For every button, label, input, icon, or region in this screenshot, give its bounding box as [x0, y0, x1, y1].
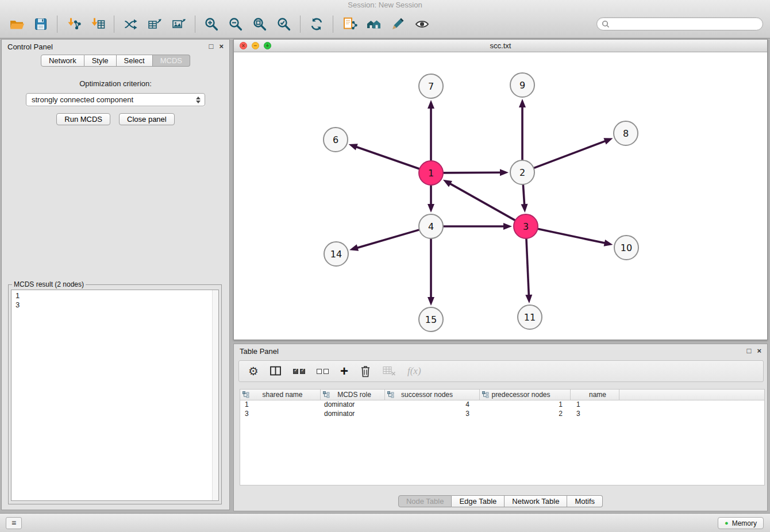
- column-header-successor-nodes[interactable]: successor nodes: [385, 390, 480, 400]
- select-all-columns-button[interactable]: [293, 364, 305, 379]
- mcds-result-list[interactable]: 1 3: [11, 290, 219, 501]
- tab-edge-table[interactable]: Edge Table: [452, 495, 505, 507]
- checked-boxes-icon: [293, 369, 305, 374]
- import-network-button[interactable]: [61, 12, 86, 36]
- zoom-window-icon[interactable]: +: [264, 42, 271, 49]
- criterion-dropdown[interactable]: strongly connected component: [26, 93, 205, 106]
- zoom-out-button[interactable]: [224, 12, 248, 36]
- delete-column-button[interactable]: [360, 364, 371, 379]
- import-table-button[interactable]: [86, 12, 110, 36]
- columns-icon: [270, 365, 282, 377]
- tab-node-table[interactable]: Node Table: [398, 495, 452, 507]
- search-input[interactable]: [613, 20, 758, 28]
- eye-icon: [414, 17, 430, 32]
- graph-edge-3-11[interactable]: [526, 238, 529, 296]
- show-columns-button[interactable]: [270, 364, 282, 379]
- cell-name[interactable]: 3: [571, 410, 619, 419]
- cell-predecessor-nodes[interactable]: 1: [480, 400, 571, 410]
- cell-successor-nodes[interactable]: 3: [385, 410, 480, 419]
- cell-name[interactable]: 1: [571, 400, 619, 410]
- refresh-icon: [309, 17, 324, 32]
- graph-edge-2-8[interactable]: [534, 141, 606, 168]
- close-window-icon[interactable]: ×: [240, 42, 247, 49]
- graph-edge-1-6[interactable]: [356, 147, 419, 169]
- zoom-selected-button[interactable]: [272, 12, 296, 36]
- graph-edge-2-3[interactable]: [523, 184, 524, 205]
- zoom-fit-button[interactable]: [248, 12, 272, 36]
- unchecked-boxes-icon: [317, 369, 329, 374]
- column-header-predecessor-nodes[interactable]: predecessor nodes: [480, 390, 571, 400]
- column-header-filler: [619, 390, 764, 400]
- create-column-button[interactable]: +: [340, 364, 348, 379]
- cell-mcds-role[interactable]: dominator: [321, 400, 385, 410]
- column-header-shared-name[interactable]: shared name: [240, 390, 321, 400]
- import-table-icon: [90, 17, 106, 32]
- mcds-result-groupbox: MCDS result (2 nodes) 1 3: [8, 284, 222, 504]
- network-canvas[interactable]: 7968124314101511: [234, 53, 767, 340]
- table-row[interactable]: 3 dominator 3 2 3: [240, 410, 764, 419]
- toggle-visibility-button[interactable]: [410, 12, 434, 36]
- graph-node-label-10: 10: [621, 242, 632, 253]
- tab-mcds[interactable]: MCDS: [153, 55, 190, 67]
- float-panel-icon[interactable]: □: [209, 43, 214, 51]
- column-header-name[interactable]: name: [571, 390, 619, 400]
- toolbar-separator: [195, 16, 195, 33]
- cell-successor-nodes[interactable]: 4: [385, 400, 480, 410]
- control-panel-title: Control Panel: [7, 43, 53, 51]
- network-from-document-button[interactable]: [337, 12, 361, 36]
- graph-edge-3-10[interactable]: [538, 229, 606, 243]
- unselect-all-columns-button[interactable]: [317, 364, 329, 379]
- graph-edge-3-1[interactable]: [449, 183, 515, 221]
- workspace: Control Panel □ × Network Style Select M…: [0, 39, 770, 513]
- control-panel: Control Panel □ × Network Style Select M…: [1, 39, 230, 510]
- panel-menu-button[interactable]: ≡: [6, 517, 22, 529]
- save-icon: [33, 17, 48, 32]
- graph-edge-arrowhead: [500, 169, 509, 176]
- close-panel-icon[interactable]: ×: [757, 347, 761, 355]
- close-panel-button[interactable]: Close panel: [119, 113, 175, 125]
- network-window-titlebar[interactable]: × − + scc.txt: [234, 40, 767, 52]
- cell-mcds-role[interactable]: dominator: [321, 410, 385, 419]
- houses-button[interactable]: [361, 12, 386, 36]
- memory-label: Memory: [732, 519, 757, 527]
- table-delete-icon: [383, 366, 396, 376]
- window-titlebar[interactable]: Session: New Session: [0, 0, 770, 10]
- close-panel-icon[interactable]: ×: [219, 43, 224, 51]
- export-table-button[interactable]: [143, 12, 167, 36]
- tab-select[interactable]: Select: [117, 55, 153, 67]
- tab-style[interactable]: Style: [84, 55, 117, 67]
- tab-motifs[interactable]: Motifs: [567, 495, 603, 507]
- table-export-icon: [147, 17, 163, 32]
- float-panel-icon[interactable]: □: [747, 347, 752, 355]
- run-mcds-button[interactable]: Run MCDS: [56, 113, 110, 125]
- column-header-mcds-role[interactable]: MCDS role: [321, 390, 385, 400]
- result-scrollbar[interactable]: [212, 290, 218, 500]
- search-icon: [602, 20, 610, 28]
- zoom-in-button[interactable]: [199, 12, 224, 36]
- minimize-window-icon[interactable]: −: [252, 42, 259, 49]
- graph-node-label-1: 1: [428, 168, 434, 179]
- tab-network[interactable]: Network: [41, 55, 84, 67]
- search-field[interactable]: [596, 17, 763, 30]
- table-row[interactable]: 1 dominator 4 1 1: [240, 400, 764, 410]
- style-brush-button[interactable]: [386, 12, 410, 36]
- toolbar-separator: [114, 16, 114, 33]
- open-session-button[interactable]: [5, 12, 29, 36]
- fx-icon: f(x): [407, 365, 421, 377]
- memory-button[interactable]: ● Memory: [718, 517, 764, 529]
- cell-shared-name[interactable]: 3: [240, 410, 321, 419]
- cell-predecessor-nodes[interactable]: 2: [480, 410, 571, 419]
- save-session-button[interactable]: [29, 12, 53, 36]
- cell-shared-name[interactable]: 1: [240, 400, 321, 410]
- table-panel-header: Table Panel □ ×: [234, 344, 767, 358]
- export-image-button[interactable]: [167, 12, 191, 36]
- update-network-button[interactable]: [305, 12, 329, 36]
- graph-edge-arrowhead: [349, 144, 358, 150]
- tab-network-table[interactable]: Network Table: [505, 495, 567, 507]
- graph-edge-4-14[interactable]: [357, 230, 419, 248]
- table-settings-button[interactable]: ⚙: [248, 364, 259, 379]
- network-window-title: scc.txt: [490, 41, 511, 50]
- graph-node-label-6: 6: [333, 134, 338, 145]
- graph-edge-1-2[interactable]: [443, 172, 501, 173]
- new-network-button[interactable]: [118, 12, 143, 36]
